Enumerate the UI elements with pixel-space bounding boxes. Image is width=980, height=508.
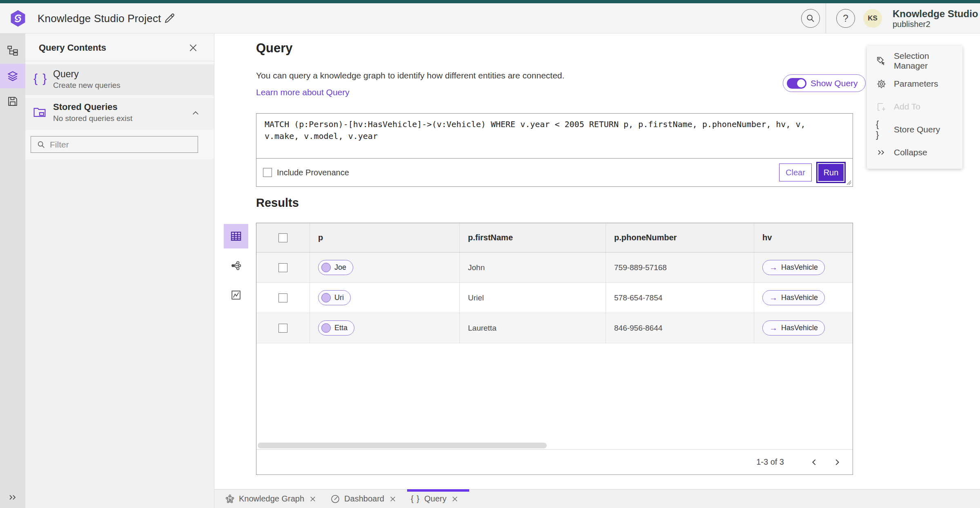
rail-item-save[interactable]: [0, 89, 25, 114]
results-table: p p.firstName p.phoneNumber hv Joe John …: [256, 223, 853, 475]
show-query-toggle[interactable]: Show Query: [783, 74, 866, 92]
node-dot-icon: [321, 323, 331, 333]
table-pagination: 1-3 of 3: [256, 449, 853, 474]
previous-page-button[interactable]: [805, 453, 823, 471]
edge-pill[interactable]: → HasVehicle: [762, 320, 825, 336]
app-header: Knowledge Studio Project ? KS Knowledge …: [0, 3, 980, 34]
query-editor-footer: Include Provenance Clear Run: [256, 159, 853, 186]
user-name: publisher2: [893, 20, 978, 29]
tab-dashboard[interactable]: Dashboard: [327, 490, 407, 508]
row-checkbox[interactable]: [278, 293, 287, 302]
tab-close-icon[interactable]: [389, 495, 396, 503]
tab-label: Knowledge Graph: [239, 494, 304, 504]
edge-pill[interactable]: → HasVehicle: [762, 260, 825, 275]
selection-manager-button[interactable]: Selection Manager: [867, 49, 962, 72]
left-icon-rail: [0, 34, 25, 508]
edge-arrow-icon: →: [769, 293, 777, 302]
next-page-button[interactable]: [828, 453, 846, 471]
table-header-row: p p.firstName p.phoneNumber hv: [256, 223, 853, 253]
add-to-icon: [876, 101, 886, 112]
edge-label: HasVehicle: [781, 263, 818, 272]
column-header-hv[interactable]: hv: [754, 223, 853, 252]
rail-item-hierarchy[interactable]: [0, 38, 25, 63]
column-header-phonenumber[interactable]: p.phoneNumber: [606, 223, 754, 252]
edge-pill[interactable]: → HasVehicle: [762, 290, 825, 305]
column-header-p[interactable]: p: [310, 223, 460, 252]
query-input[interactable]: MATCH (p:Person)-[hv:HasVehicle]->(v:Veh…: [256, 114, 853, 159]
search-icon: [37, 140, 46, 149]
search-icon: [806, 13, 815, 23]
stored-queries-list-empty: [25, 159, 214, 508]
edge-label: HasVehicle: [781, 324, 818, 332]
table-row: Etta Lauretta 846-956-8644 → HasVehicle: [256, 313, 853, 343]
learn-more-link[interactable]: Learn more about Query: [256, 87, 350, 97]
pagination-range: 1-3 of 3: [756, 457, 784, 467]
node-label: Uri: [334, 293, 344, 302]
toggle-switch[interactable]: [787, 78, 806, 89]
panel-header: Query Contents: [25, 34, 214, 61]
chevron-right-icon: [833, 458, 842, 467]
row-checkbox[interactable]: [278, 324, 287, 333]
help-icon: ?: [843, 13, 848, 24]
collapse-section-button[interactable]: [191, 109, 200, 118]
filter-input[interactable]: [50, 140, 185, 150]
edit-title-icon[interactable]: [163, 12, 176, 25]
close-panel-button[interactable]: [188, 43, 198, 53]
row-checkbox[interactable]: [278, 263, 287, 272]
query-workspace: Query You can query a knowledge graph to…: [214, 34, 980, 489]
page-title: Query: [256, 41, 293, 56]
selection-manager-label: Selection Manager: [894, 51, 962, 71]
store-query-label: Store Query: [894, 125, 940, 134]
tab-close-icon[interactable]: [309, 495, 316, 503]
store-query-button[interactable]: { } Store Query: [867, 118, 962, 141]
chart-view-button[interactable]: [224, 283, 248, 307]
stored-queries-section[interactable]: Stored Queries No stored queries exist: [25, 98, 214, 130]
entity-node-pill[interactable]: Joe: [318, 260, 353, 275]
cell-phone: 759-889-57168: [606, 253, 754, 282]
tab-close-icon[interactable]: [451, 495, 459, 503]
clear-button[interactable]: Clear: [779, 163, 812, 181]
entity-node-pill[interactable]: Etta: [318, 320, 354, 336]
panel-item-query[interactable]: { } Query Create new queries: [25, 64, 214, 95]
tab-label: Query: [424, 494, 446, 504]
expand-rail-button[interactable]: [0, 488, 25, 506]
collapse-label: Collapse: [894, 148, 927, 157]
layers-icon: [7, 70, 19, 82]
help-button[interactable]: ?: [836, 9, 855, 28]
edge-arrow-icon: →: [769, 263, 777, 272]
query-editor-container: MATCH (p:Person)-[hv:HasVehicle]->(v:Veh…: [256, 113, 853, 187]
user-avatar[interactable]: KS: [863, 9, 882, 28]
edge-arrow-icon: →: [769, 323, 777, 333]
entity-node-pill[interactable]: Uri: [318, 290, 351, 305]
horizontal-scrollbar[interactable]: [258, 443, 547, 448]
save-icon: [7, 96, 18, 107]
parameters-label: Parameters: [894, 79, 938, 89]
user-menu[interactable]: Knowledge Studio publisher2: [893, 8, 978, 29]
parameters-button[interactable]: Parameters: [867, 72, 962, 95]
collapse-panel-button[interactable]: Collapse: [867, 141, 962, 164]
tab-knowledge-graph[interactable]: Knowledge Graph: [222, 490, 327, 508]
tab-query[interactable]: { } Query: [407, 490, 469, 508]
document-tab-bar: Knowledge Graph Dashboard { } Query: [214, 489, 980, 508]
edge-label: HasVehicle: [781, 293, 818, 302]
query-item-title: Query: [53, 69, 79, 80]
table-view-button[interactable]: [224, 224, 248, 248]
avatar-initials: KS: [868, 14, 878, 22]
select-all-checkbox[interactable]: [278, 233, 287, 242]
run-button[interactable]: Run: [817, 163, 844, 182]
app-logo[interactable]: [9, 9, 27, 27]
filter-field: [31, 136, 198, 153]
include-provenance-checkbox[interactable]: [263, 168, 272, 177]
chart-icon: [230, 289, 242, 301]
graph-view-button[interactable]: [224, 253, 248, 278]
add-to-button[interactable]: Add To: [867, 95, 962, 118]
table-row: Uri Uriel 578-654-7854 → HasVehicle: [256, 283, 853, 313]
rail-item-layers[interactable]: [0, 64, 25, 88]
gear-icon: [876, 78, 886, 89]
knowledge-graph-icon: [225, 494, 235, 504]
node-dot-icon: [321, 293, 331, 302]
double-chevron-right-icon: [8, 492, 18, 502]
search-button[interactable]: [801, 9, 820, 28]
column-header-firstname[interactable]: p.firstName: [460, 223, 606, 252]
stored-queries-folder-icon: [33, 105, 47, 119]
